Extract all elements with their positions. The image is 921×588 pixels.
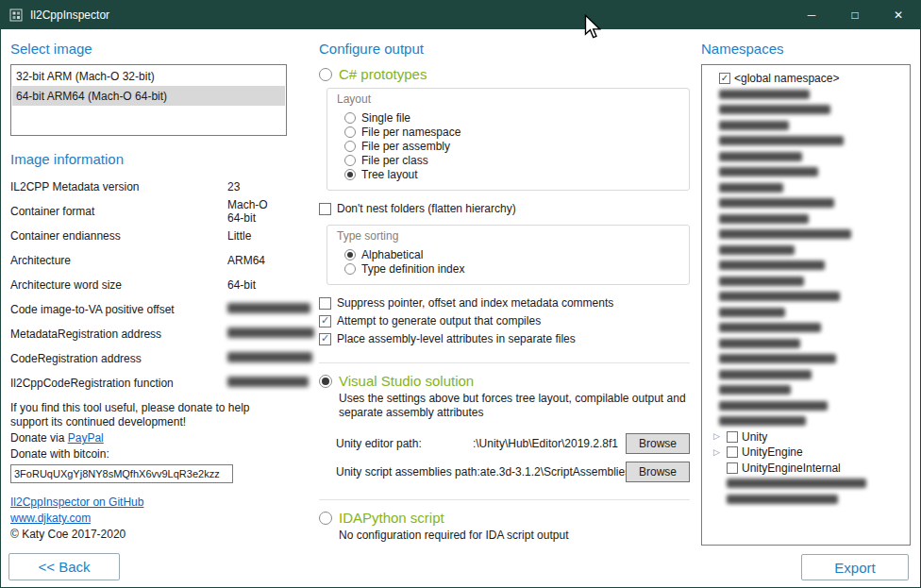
app-window: Il2CppInspector ─ □ ✕ Select image 32-bi… — [0, 0, 921, 588]
minimize-button[interactable]: ─ — [790, 1, 833, 29]
namespace-item-unityengineinternal[interactable]: UnityEngineInternal — [706, 461, 906, 477]
unity-editor-path-value: :\Unity\Hub\Editor\2019.2.8f1 — [422, 437, 626, 450]
image-list-item[interactable]: 32-bit ARM (Mach-O 32-bit) — [12, 66, 285, 86]
radio-csharp-prototypes[interactable]: C# prototypes — [319, 66, 690, 82]
image-list-item[interactable]: 64-bit ARM64 (Mach-O 64-bit) — [12, 86, 285, 106]
radio-file-per-class[interactable]: File per class — [344, 153, 679, 167]
namespace-item-redacted[interactable] — [706, 305, 906, 321]
info-value: Little — [227, 229, 287, 243]
checkbox-generate-compilable-output[interactable]: Attempt to generate output that compiles — [319, 314, 690, 328]
namespace-item-redacted[interactable] — [706, 274, 906, 290]
checkbox-icon — [719, 73, 730, 84]
configure-output-panel: Configure output C# prototypes Layout Si… — [319, 29, 690, 543]
namespace-item-redacted[interactable] — [706, 289, 906, 305]
namespace-item-redacted[interactable] — [706, 243, 906, 259]
radio-alphabetical[interactable]: Alphabetical — [344, 247, 679, 261]
namespace-item-redacted[interactable] — [706, 382, 906, 398]
checkbox-label: Suppress pointer, offset and index metad… — [337, 296, 613, 310]
donate-bitcoin-label: Donate with bitcoin: — [10, 447, 287, 462]
namespace-item-redacted[interactable] — [706, 133, 906, 149]
namespace-item-redacted[interactable] — [706, 413, 906, 429]
vs-solution-description: Uses the settings above but forces tree … — [339, 392, 690, 420]
info-label: CodeRegistration address — [10, 352, 227, 365]
website-link[interactable]: www.djkaty.com — [10, 512, 91, 525]
radio-type-definition-index[interactable]: Type definition index — [344, 261, 679, 276]
info-label: Container format — [10, 205, 227, 218]
expander-icon[interactable]: ▷ — [713, 448, 723, 457]
namespace-item-redacted[interactable] — [706, 149, 906, 165]
namespaces-heading: Namespaces — [701, 41, 911, 57]
unity-script-path-label: Unity script assemblies path: — [336, 465, 480, 479]
unity-script-path-row: Unity script assemblies path: ate.3d-3.1… — [336, 462, 690, 482]
export-button[interactable]: Export — [801, 554, 909, 580]
radio-file-per-namespace[interactable]: File per namespace — [344, 125, 679, 139]
radio-visual-studio-solution[interactable]: Visual Studio solution — [319, 373, 690, 389]
namespace-item-redacted[interactable] — [706, 351, 906, 367]
redacted-value — [227, 303, 310, 316]
browse-unity-editor-button[interactable]: Browse — [626, 433, 690, 454]
namespace-item-redacted[interactable] — [706, 398, 906, 414]
namespace-item-redacted[interactable] — [706, 336, 906, 352]
checkbox-assembly-attributes-separate-files[interactable]: Place assembly-level attributes in separ… — [319, 332, 690, 345]
groupbox-title: Type sorting — [337, 229, 679, 243]
namespace-item-redacted[interactable] — [706, 492, 906, 508]
unity-script-path-value: ate.3d-3.1.2\ScriptAssemblies — [480, 465, 626, 479]
radio-tree-layout[interactable]: Tree layout — [344, 167, 679, 181]
namespace-item-redacted[interactable] — [706, 195, 906, 211]
namespace-item-unityengine[interactable]: ▷ UnityEngine — [706, 445, 906, 461]
section-divider — [319, 499, 690, 500]
radio-icon — [344, 141, 356, 152]
paypal-link[interactable]: PayPal — [68, 431, 104, 445]
namespace-item-redacted[interactable] — [706, 102, 906, 118]
idapython-description: No configuration required for IDA script… — [339, 529, 690, 543]
checkbox-flatten-hierarchy[interactable]: Don't nest folders (flatten hierarchy) — [319, 202, 690, 215]
radio-label: Alphabetical — [361, 248, 423, 261]
checkbox-icon — [319, 333, 331, 345]
radio-icon — [344, 155, 356, 166]
browse-script-assemblies-button[interactable]: Browse — [626, 462, 690, 482]
namespace-item-global[interactable]: <global namespace> — [706, 71, 906, 87]
close-button[interactable]: ✕ — [877, 1, 920, 29]
namespace-item-redacted[interactable] — [706, 180, 906, 196]
radio-label: C# prototypes — [339, 66, 427, 82]
namespace-item-redacted[interactable] — [706, 164, 906, 180]
namespace-item-redacted[interactable] — [706, 211, 906, 227]
checkbox-icon — [727, 431, 738, 443]
namespaces-list[interactable]: <global namespace> — [701, 64, 911, 546]
info-value: Mach-O 64-bit — [227, 198, 287, 225]
namespace-item-redacted[interactable] — [706, 367, 906, 383]
expander-icon[interactable]: ▷ — [713, 432, 723, 441]
radio-file-per-assembly[interactable]: File per assembly — [344, 139, 679, 153]
back-button[interactable]: << Back — [8, 553, 120, 580]
checkbox-icon — [727, 446, 738, 458]
info-row: Architecture ARM64 — [10, 248, 287, 273]
radio-icon — [319, 375, 332, 388]
namespace-item-redacted[interactable] — [706, 258, 906, 274]
radio-label: Tree layout — [361, 168, 418, 181]
info-row: Container format Mach-O 64-bit — [10, 199, 287, 224]
layout-groupbox: Layout Single file File per namespace Fi… — [327, 88, 690, 191]
mouse-cursor — [584, 14, 601, 39]
namespace-item-redacted[interactable] — [706, 320, 906, 336]
donate-text: If you find this tool useful, please don… — [10, 401, 287, 429]
checkbox-label: Attempt to generate output that compiles — [337, 314, 541, 328]
section-divider — [319, 362, 690, 363]
image-listbox[interactable]: 32-bit ARM (Mach-O 32-bit) 64-bit ARM64 … — [10, 64, 287, 136]
checkbox-icon — [319, 315, 331, 328]
bitcoin-address-input[interactable] — [10, 464, 233, 483]
maximize-button[interactable]: □ — [833, 1, 877, 29]
namespace-item-unity[interactable]: ▷ Unity — [706, 429, 906, 445]
namespace-item-redacted[interactable] — [706, 87, 906, 103]
checkbox-icon — [727, 462, 738, 474]
radio-icon — [344, 249, 356, 260]
namespace-item-redacted[interactable] — [706, 227, 906, 243]
namespace-item-redacted[interactable] — [706, 118, 906, 134]
main-content: Select image 32-bit ARM (Mach-O 32-bit) … — [1, 29, 920, 587]
radio-single-file[interactable]: Single file — [344, 110, 679, 125]
radio-icon — [319, 512, 332, 525]
redacted-value — [227, 377, 309, 390]
checkbox-suppress-metadata-comments[interactable]: Suppress pointer, offset and index metad… — [319, 296, 690, 310]
github-link[interactable]: Il2CppInspector on GitHub — [10, 496, 143, 509]
namespace-item-redacted[interactable] — [706, 476, 906, 492]
radio-idapython-script[interactable]: IDAPython script — [319, 510, 690, 526]
